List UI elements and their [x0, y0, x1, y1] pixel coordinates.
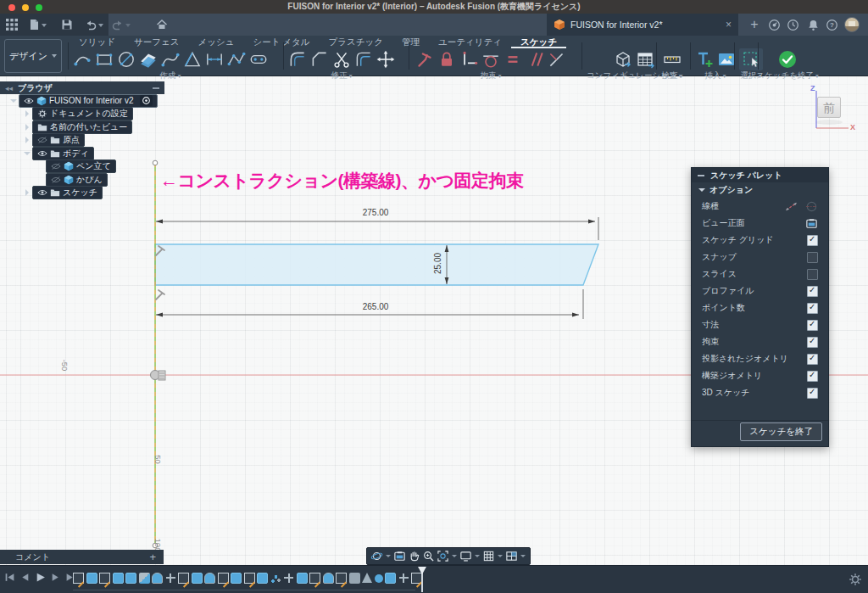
add-comment-button[interactable]: +: [149, 551, 164, 563]
dimension-bottom-width[interactable]: 265.00: [348, 302, 403, 311]
timeline-feature-wedge[interactable]: [139, 573, 150, 584]
step-back-icon[interactable]: [19, 572, 31, 583]
look-at-icon[interactable]: [805, 217, 818, 230]
timeline-feature-body[interactable]: [297, 573, 308, 584]
close-tab-icon[interactable]: ×: [726, 19, 732, 31]
chevron-down-icon[interactable]: [386, 555, 391, 557]
chevron-down-icon[interactable]: [520, 555, 526, 557]
save-icon[interactable]: [61, 19, 73, 31]
fit-view-icon[interactable]: [437, 550, 449, 562]
timeline-feature-body[interactable]: [125, 573, 136, 584]
comments-bar[interactable]: コメント +: [0, 550, 164, 564]
polygon-tool-icon[interactable]: [182, 49, 203, 70]
display-settings-icon[interactable]: [459, 550, 472, 562]
timeline-feature-sketch[interactable]: [99, 573, 110, 584]
viewports-icon[interactable]: [505, 550, 518, 562]
timeline-feature-dome[interactable]: [152, 573, 163, 584]
timeline-feature-move[interactable]: [165, 573, 176, 584]
minimize-icon[interactable]: [153, 87, 159, 89]
timeline-feature-sketch[interactable]: [178, 573, 189, 584]
redo-icon[interactable]: [112, 19, 124, 31]
profile-tool-icon[interactable]: [138, 49, 159, 70]
tangent-constraint-icon[interactable]: [481, 49, 501, 70]
parallel-constraint-icon[interactable]: [525, 49, 545, 70]
user-avatar[interactable]: [844, 17, 860, 32]
timeline-settings-gear-icon[interactable]: [849, 573, 862, 586]
chamfer-tool-icon[interactable]: [309, 49, 330, 70]
finish-sketch-button[interactable]: スケッチを終了: [740, 422, 822, 441]
ribbon-tab[interactable]: スケッチ: [511, 36, 566, 48]
timeline-feature-body[interactable]: [385, 573, 396, 584]
finish-sketch-label[interactable]: スケッチを終了: [756, 70, 818, 81]
dimension-top-width[interactable]: 275.00: [348, 208, 403, 217]
home-icon[interactable]: [156, 19, 168, 31]
timeline-feature-graybox[interactable]: [349, 573, 360, 584]
configuration-icon[interactable]: [613, 49, 633, 70]
job-status-icon[interactable]: [768, 19, 781, 31]
workspace-selector[interactable]: デザイン: [4, 39, 62, 73]
new-tab-button[interactable]: +: [746, 14, 763, 35]
timeline-feature-move[interactable]: [283, 573, 294, 584]
lock-constraint-icon[interactable]: [437, 49, 457, 70]
minimize-icon[interactable]: [698, 175, 704, 176]
chevron-down-icon[interactable]: [498, 555, 503, 557]
timeline-feature-sketch[interactable]: [218, 573, 229, 584]
chevron-down-icon[interactable]: [475, 555, 480, 557]
palette-checkbox[interactable]: [807, 269, 818, 280]
document-tab[interactable]: FUISON for Interior v2* ×: [547, 14, 738, 36]
fit-point-spline-icon[interactable]: [226, 49, 247, 70]
app-launcher-icon[interactable]: [6, 19, 18, 31]
browser-node[interactable]: ペン立て: [46, 159, 116, 173]
timeline-feature-sketch[interactable]: [73, 573, 84, 584]
viewcube-front-face[interactable]: 前: [817, 97, 841, 118]
linetype-constr-icon[interactable]: [785, 200, 798, 213]
collapse-panel-icon[interactable]: ◂◂: [5, 84, 13, 92]
active-document-icon[interactable]: [142, 96, 151, 105]
eye-hidden-icon[interactable]: [51, 161, 61, 171]
notification-center-icon[interactable]: [787, 19, 799, 31]
timeline-feature-sketch[interactable]: [309, 573, 320, 584]
move-tool-icon[interactable]: [376, 49, 396, 70]
offset-tool-icon[interactable]: [353, 49, 374, 70]
palette-checkbox[interactable]: [807, 354, 818, 365]
modify-group-label[interactable]: 修正: [331, 70, 353, 81]
perpendicular-constraint-icon[interactable]: [547, 49, 567, 70]
ribbon-tab[interactable]: シート メタル: [243, 36, 319, 48]
timeline-feature-move[interactable]: [398, 573, 409, 584]
timeline-feature-sketch[interactable]: [336, 573, 347, 584]
chevron-right-icon[interactable]: [22, 189, 32, 196]
create-group-label[interactable]: 作成: [160, 70, 181, 81]
browser-node[interactable]: 名前の付いたビュー: [32, 120, 132, 134]
browser-node[interactable]: かびん: [46, 173, 108, 187]
timeline-feature-body[interactable]: [231, 573, 242, 584]
eye-hidden-icon[interactable]: [37, 135, 47, 145]
file-menu-icon[interactable]: [28, 19, 40, 31]
eye-visible-icon[interactable]: [37, 187, 47, 198]
timeline-feature-cone[interactable]: [362, 573, 372, 583]
inspect-group-label[interactable]: 検査: [662, 70, 683, 81]
timeline-feature-body[interactable]: [257, 573, 268, 584]
chevron-down-icon[interactable]: [452, 555, 457, 557]
palette-checkbox[interactable]: [807, 337, 818, 348]
chevron-down-icon[interactable]: [8, 99, 19, 103]
timeline-feature-sketch[interactable]: [244, 573, 255, 584]
browser-node[interactable]: FUISON for Interior v2: [19, 94, 158, 108]
browser-node[interactable]: 原点: [32, 133, 85, 147]
palette-checkbox[interactable]: [807, 320, 818, 331]
eye-hidden-icon[interactable]: [51, 175, 61, 185]
timeline-feature-joint[interactable]: [375, 574, 383, 583]
chevron-down-icon[interactable]: [42, 24, 47, 27]
step-forward-icon[interactable]: [50, 572, 61, 583]
undo-icon[interactable]: [85, 19, 97, 31]
palette-checkbox[interactable]: [807, 286, 818, 297]
orbit-icon[interactable]: [370, 550, 383, 562]
browser-node[interactable]: スケッチ: [32, 186, 103, 199]
timeline-feature-body[interactable]: [86, 573, 97, 584]
palette-options-section[interactable]: オプション: [692, 182, 828, 198]
ribbon-tab[interactable]: サーフェス: [125, 36, 188, 48]
pan-hand-icon[interactable]: [408, 550, 420, 562]
rectangle-tool-icon[interactable]: [94, 49, 114, 70]
ribbon-tab[interactable]: ユーティリティ: [429, 36, 511, 48]
eye-visible-icon[interactable]: [24, 96, 34, 106]
chevron-right-icon[interactable]: [22, 137, 32, 143]
